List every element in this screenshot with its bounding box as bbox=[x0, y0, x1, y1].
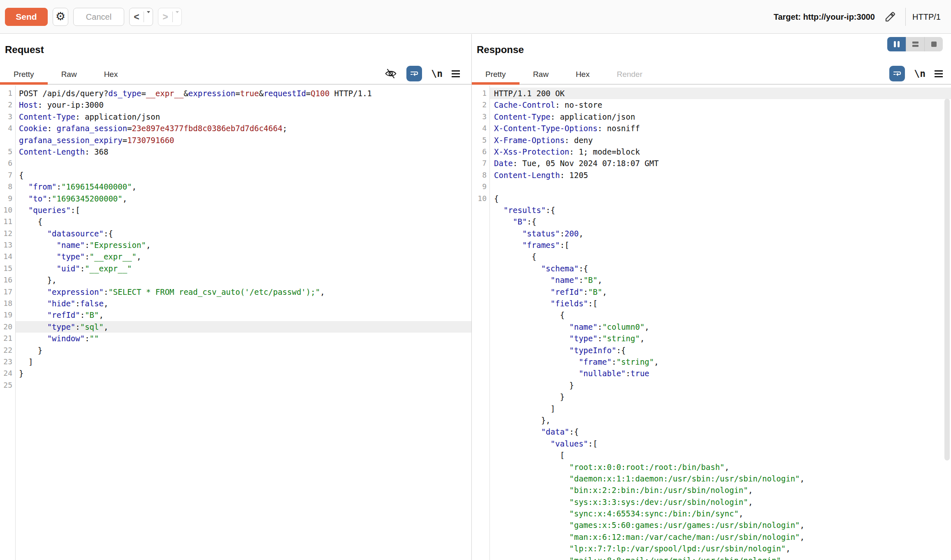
tab-hex[interactable]: Hex bbox=[562, 65, 603, 84]
repeater-window: Send ⚙ Cancel < > Target: http://y bbox=[0, 0, 951, 560]
code-line: 5X-Frame-Options: deny bbox=[472, 134, 951, 146]
show-newlines-button[interactable]: \n bbox=[914, 68, 925, 79]
line-number: 20 bbox=[0, 321, 15, 333]
tab-pretty[interactable]: Pretty bbox=[0, 65, 48, 84]
code-text: Date: Tue, 05 Nov 2024 07:18:07 GMT bbox=[489, 157, 951, 169]
response-viewer[interactable]: 1HTTP/1.1 200 OK2Cache-Control: no-store… bbox=[472, 86, 951, 560]
layout-rows-button[interactable] bbox=[906, 37, 924, 51]
line-number bbox=[472, 414, 489, 426]
chevron-left-icon: < bbox=[130, 12, 144, 23]
show-newlines-button[interactable]: \n bbox=[431, 68, 443, 79]
edit-target-button[interactable] bbox=[881, 8, 899, 25]
history-back-button[interactable]: < bbox=[129, 8, 153, 26]
response-scrollbar[interactable] bbox=[944, 99, 950, 460]
code-text: "daemon:x:1:1:daemon:/usr/sbin:/usr/sbin… bbox=[489, 473, 951, 484]
code-text: "hide":false, bbox=[15, 298, 471, 309]
cancel-button[interactable]: Cancel bbox=[73, 8, 124, 26]
line-number bbox=[472, 484, 489, 496]
line-number: 7 bbox=[472, 157, 489, 169]
response-menu-button[interactable] bbox=[935, 70, 943, 77]
code-text bbox=[489, 181, 951, 192]
tab-render[interactable]: Render bbox=[603, 65, 656, 84]
gutter-divider bbox=[489, 86, 490, 560]
code-text: Content-Length: 1205 bbox=[489, 169, 951, 181]
tab-raw[interactable]: Raw bbox=[520, 65, 562, 84]
code-line: "lp:x:7:7:lp:/var/spool/lpd:/usr/sbin/no… bbox=[472, 543, 951, 554]
send-button[interactable]: Send bbox=[5, 8, 48, 26]
tab-hex[interactable]: Hex bbox=[90, 65, 132, 84]
line-number: 5 bbox=[472, 134, 489, 146]
code-text: "data":{ bbox=[489, 426, 951, 437]
code-line: "frames":[ bbox=[472, 239, 951, 251]
word-wrap-toggle[interactable] bbox=[406, 66, 422, 81]
code-text: "refId":"B", bbox=[489, 286, 951, 298]
code-line: }, bbox=[472, 414, 951, 426]
line-number: 24 bbox=[0, 368, 15, 379]
line-number bbox=[472, 461, 489, 473]
hide-nonprintable-button[interactable] bbox=[384, 67, 397, 80]
code-line: } bbox=[472, 391, 951, 403]
line-number bbox=[472, 251, 489, 262]
layout-columns-button[interactable] bbox=[887, 37, 906, 51]
code-text: } bbox=[489, 380, 951, 391]
code-line: 11 { bbox=[0, 216, 471, 227]
code-text: "fields":[ bbox=[489, 298, 951, 309]
line-number: 6 bbox=[472, 146, 489, 157]
line-number: 16 bbox=[0, 274, 15, 286]
line-number: 8 bbox=[472, 169, 489, 181]
history-forward-dropdown[interactable] bbox=[173, 13, 181, 21]
code-text: X-Frame-Options: deny bbox=[489, 134, 951, 146]
code-text: "to":"1696345200000", bbox=[15, 193, 471, 204]
code-line: ] bbox=[472, 403, 951, 414]
code-line: 25 bbox=[0, 380, 471, 391]
word-wrap-toggle[interactable] bbox=[889, 66, 905, 81]
request-menu-button[interactable] bbox=[452, 70, 460, 77]
code-line: "name":"B", bbox=[472, 274, 951, 286]
request-title: Request bbox=[5, 44, 44, 56]
line-number bbox=[472, 496, 489, 508]
line-number bbox=[0, 134, 15, 146]
settings-button[interactable]: ⚙ bbox=[53, 8, 68, 26]
code-line: 6X-Xss-Protection: 1; mode=block bbox=[472, 146, 951, 157]
tab-pretty[interactable]: Pretty bbox=[472, 65, 520, 84]
target-label: Target: http://your-ip:3000 bbox=[774, 12, 875, 22]
code-line: 7Date: Tue, 05 Nov 2024 07:18:07 GMT bbox=[472, 157, 951, 169]
code-line: 6 bbox=[0, 157, 471, 169]
line-number: 4 bbox=[0, 123, 15, 134]
code-text: { bbox=[489, 251, 951, 262]
code-line: "mail:x:8:8:mail:/var/mail:/usr/sbin/nol… bbox=[472, 555, 951, 560]
code-text: "nullable":true bbox=[489, 368, 951, 379]
tab-raw[interactable]: Raw bbox=[48, 65, 90, 84]
toolbar-right: Target: http://your-ip:3000 HTTP/1 bbox=[774, 0, 951, 34]
code-line: 7{ bbox=[0, 169, 471, 181]
rows-layout-icon bbox=[912, 42, 919, 47]
line-number bbox=[472, 403, 489, 414]
code-text: "root:x:0:0:root:/root:/bin/bash", bbox=[489, 461, 951, 473]
history-back-dropdown[interactable] bbox=[144, 13, 153, 21]
line-number: 25 bbox=[0, 380, 15, 391]
code-line: 3Content-Type: application/json bbox=[0, 111, 471, 123]
http-version-selector[interactable]: HTTP/1 bbox=[912, 12, 949, 22]
line-number: 5 bbox=[0, 146, 15, 157]
code-line: 10{ bbox=[472, 193, 951, 204]
code-text: "frames":[ bbox=[489, 239, 951, 251]
code-text: "mail:x:8:8:mail:/var/mail:/usr/sbin/nol… bbox=[489, 555, 951, 560]
code-line: 24} bbox=[0, 368, 471, 379]
code-text: ] bbox=[15, 356, 471, 368]
code-text bbox=[15, 380, 471, 391]
line-number: 4 bbox=[472, 123, 489, 134]
code-text: "type":"sql", bbox=[15, 321, 471, 333]
single-layout-icon bbox=[931, 42, 937, 47]
line-number bbox=[472, 239, 489, 251]
code-text: "sync:x:4:65534:sync:/bin:/bin/sync", bbox=[489, 508, 951, 519]
history-forward-button[interactable]: > bbox=[158, 8, 182, 26]
line-number: 2 bbox=[0, 99, 15, 111]
line-number bbox=[472, 426, 489, 437]
layout-single-button[interactable] bbox=[924, 37, 943, 51]
request-editor[interactable]: 1POST /api/ds/query?ds_type=__expr__&exp… bbox=[0, 86, 471, 560]
code-line: grafana_session_expiry=1730791660 bbox=[0, 134, 471, 146]
line-number bbox=[472, 519, 489, 531]
line-number: 23 bbox=[0, 356, 15, 368]
request-view-icons: \n bbox=[384, 65, 460, 82]
line-number bbox=[472, 274, 489, 286]
